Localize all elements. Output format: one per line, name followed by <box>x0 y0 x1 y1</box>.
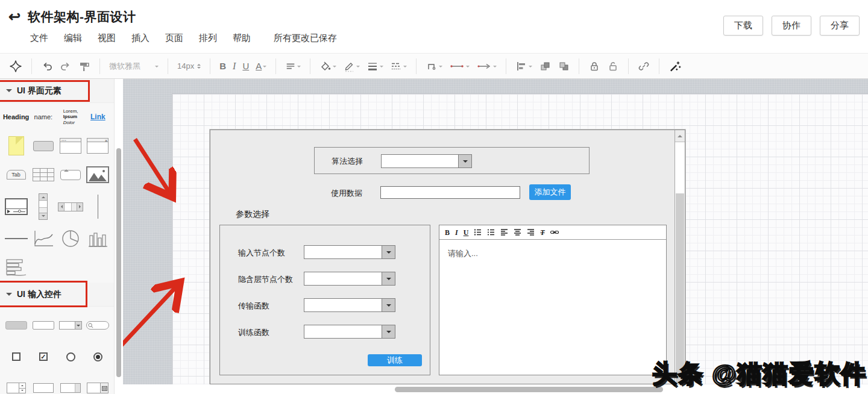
share-button[interactable]: 分享 <box>820 16 860 36</box>
line-endpoint-icon[interactable] <box>447 59 471 73</box>
font-size-select[interactable]: 14px <box>175 60 203 72</box>
editor-placeholder[interactable]: 请输入... <box>439 240 666 259</box>
add-file-button[interactable]: 添加文件 <box>529 184 571 200</box>
editor-underline-icon[interactable]: U <box>464 229 469 236</box>
shape-horizontal-slider[interactable] <box>58 196 83 217</box>
editor-italic-icon[interactable]: I <box>455 229 458 236</box>
section-ui-elements[interactable]: UI 界面元素 <box>0 79 114 103</box>
line-style-icon[interactable] <box>388 59 409 73</box>
menu-help[interactable]: 帮助 <box>233 33 251 44</box>
underline-icon[interactable]: U <box>241 60 251 72</box>
shape-video-player[interactable] <box>5 196 28 217</box>
format-painter-icon[interactable] <box>77 59 92 73</box>
rich-text-editor[interactable]: B I U T 请输入... <box>439 225 667 375</box>
shape-radio-selected[interactable] <box>93 346 102 367</box>
shape-checkbox[interactable] <box>12 346 20 367</box>
editor-bold-icon[interactable]: B <box>445 229 450 236</box>
shape-browser-window[interactable]: ••• <box>60 136 81 156</box>
shape-tab[interactable]: Tab <box>7 164 26 185</box>
shape-dialog-window[interactable]: × <box>87 136 108 156</box>
algo-select-group[interactable]: 算法选择 <box>314 147 590 174</box>
line-arrow-icon[interactable] <box>474 59 498 73</box>
shape-line-chart[interactable] <box>33 228 54 249</box>
line-color-icon[interactable] <box>341 59 362 73</box>
design-canvas[interactable]: 算法选择 使用数据 添加文件 参数选择 输入节点个数 隐含层节点个数 传输函数 … <box>123 79 868 394</box>
canvas-horizontal-scrollbar-thumb[interactable] <box>395 387 663 392</box>
align-objects-icon[interactable] <box>514 59 534 73</box>
fill-color-icon[interactable] <box>318 59 338 73</box>
menu-edit[interactable]: 编辑 <box>64 33 82 44</box>
line-weight-icon[interactable] <box>365 59 385 73</box>
shape-combobox[interactable] <box>59 315 82 336</box>
text-align-icon[interactable] <box>283 60 303 73</box>
link-icon[interactable] <box>636 59 652 73</box>
send-backward-icon[interactable] <box>556 59 571 73</box>
lock-icon[interactable] <box>587 59 602 73</box>
shape-text-field[interactable] <box>33 315 54 336</box>
download-button[interactable]: 下载 <box>723 16 763 36</box>
shape-rounded-rect[interactable] <box>33 136 54 156</box>
shape-table[interactable] <box>33 164 54 185</box>
editor-clear-format-icon[interactable]: T <box>540 229 544 236</box>
menu-arrange[interactable]: 排列 <box>199 33 217 44</box>
param-dropdown-0[interactable] <box>304 245 395 259</box>
algo-select-dropdown[interactable] <box>381 154 472 168</box>
font-size-stepper[interactable] <box>197 62 201 70</box>
shape-heading-text[interactable]: Heading <box>3 107 29 127</box>
shape-gray-button[interactable] <box>5 315 27 336</box>
shape-input-strip[interactable] <box>60 378 81 394</box>
menu-insert[interactable]: 插入 <box>131 33 149 44</box>
mockup-scrollbar-thumb[interactable] <box>676 193 684 383</box>
params-panel[interactable]: 输入节点个数 隐含层节点个数 传输函数 训练函数 训练 <box>219 225 430 375</box>
sidebar-scrollbar[interactable] <box>115 79 123 394</box>
shape-image-placeholder[interactable] <box>86 164 109 185</box>
shape-vertical-line[interactable] <box>98 195 99 219</box>
unlock-icon[interactable] <box>605 59 621 73</box>
editor-align-center-icon[interactable] <box>514 228 521 236</box>
sidebar-scrollbar-thumb[interactable] <box>116 148 121 377</box>
param-dropdown-2[interactable] <box>304 298 395 312</box>
back-icon[interactable]: ↩ <box>8 10 20 24</box>
italic-icon[interactable]: I <box>231 60 237 72</box>
menu-view[interactable]: 视图 <box>98 33 116 44</box>
editor-align-right-icon[interactable] <box>527 228 535 236</box>
shape-checkbox-checked[interactable]: ✓ <box>39 346 48 367</box>
editor-ordered-list-icon[interactable] <box>474 228 482 236</box>
param-dropdown-3[interactable] <box>304 325 395 339</box>
scroll-up-icon[interactable] <box>675 130 685 142</box>
use-data-input[interactable] <box>380 186 520 199</box>
editor-align-left-icon[interactable] <box>500 228 508 236</box>
shapes-star-icon[interactable] <box>7 58 24 74</box>
collaborate-button[interactable]: 协作 <box>772 16 811 36</box>
shape-horizontal-line[interactable] <box>5 228 28 249</box>
menu-page[interactable]: 页面 <box>165 33 183 44</box>
bold-icon[interactable]: B <box>218 60 228 72</box>
shape-search-field[interactable] <box>86 315 109 336</box>
shape-name-label[interactable]: name: <box>34 107 53 127</box>
magic-style-icon[interactable] <box>667 58 684 74</box>
shape-pie-chart[interactable] <box>61 228 80 249</box>
shape-hbar-chart[interactable] <box>5 257 27 278</box>
editor-unordered-list-icon[interactable] <box>487 228 495 236</box>
font-color-icon[interactable]: A <box>254 60 268 72</box>
shape-bar-chart[interactable] <box>87 228 108 249</box>
shape-radio[interactable] <box>66 346 75 367</box>
undo-icon[interactable] <box>39 59 55 73</box>
font-family-select[interactable]: 微软雅黑 <box>107 60 160 73</box>
shape-callout[interactable] <box>60 164 81 185</box>
editor-link-icon[interactable] <box>550 228 559 236</box>
shape-date-picker[interactable] <box>87 378 108 394</box>
train-button[interactable]: 训练 <box>368 354 422 366</box>
wireframe-mockup[interactable]: 算法选择 使用数据 添加文件 参数选择 输入节点个数 隐含层节点个数 传输函数 … <box>210 130 685 384</box>
shape-number-stepper[interactable] <box>7 378 26 394</box>
mockup-scrollbar[interactable] <box>675 130 685 384</box>
section-ui-inputs[interactable]: UI 输入控件 <box>0 283 114 307</box>
bring-forward-icon[interactable] <box>537 59 553 73</box>
menu-file[interactable]: 文件 <box>30 33 48 44</box>
connector-icon[interactable] <box>424 59 444 73</box>
param-dropdown-1[interactable] <box>304 272 395 286</box>
shape-vertical-scrollbar[interactable] <box>39 193 48 220</box>
shape-text-input[interactable] <box>33 378 54 394</box>
shape-sticky-note[interactable] <box>8 136 24 156</box>
redo-icon[interactable] <box>58 59 74 73</box>
